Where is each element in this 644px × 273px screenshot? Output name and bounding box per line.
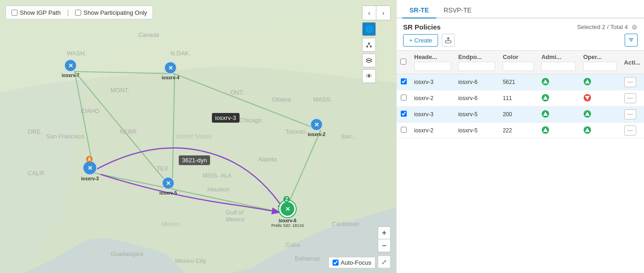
svg-text:Toronto: Toronto (286, 128, 305, 135)
table-row: iosxrv-3iosxrv-5200⋯ (397, 107, 644, 123)
settings-icon[interactable]: ⚙ (632, 24, 638, 31)
cell-admin (538, 74, 580, 90)
show-participating-checkbox[interactable] (75, 10, 81, 16)
cell-headend: iosxrv-2 (410, 90, 455, 107)
show-participating-label[interactable]: Show Participating Only (75, 9, 147, 16)
zoom-out-button[interactable]: − (378, 239, 391, 252)
policy-table: Heade... Endpo... Color Admi... (397, 50, 644, 139)
show-igp-path-checkbox[interactable] (12, 10, 18, 16)
row-checkbox[interactable] (401, 111, 407, 117)
show-igp-path-label[interactable]: Show IGP Path (12, 9, 61, 16)
svg-text:Mexico: Mexico (161, 220, 180, 227)
row-actions-button[interactable]: ⋯ (624, 93, 636, 103)
layers-icon-button[interactable] (362, 53, 376, 67)
map-forward-button[interactable]: › (376, 6, 390, 20)
cell-color: 111 (499, 90, 538, 107)
oper-status-icon (583, 126, 591, 136)
cell-color: 5621 (499, 74, 538, 90)
auto-focus-checkbox[interactable] (333, 260, 339, 266)
svg-text:Ottawa: Ottawa (272, 96, 291, 103)
svg-text:San Francisco: San Francisco (46, 133, 84, 140)
col-header-oper: Oper... (580, 51, 621, 74)
svg-text:ONT.: ONT. (230, 89, 244, 96)
row-actions-button[interactable]: ⋯ (624, 125, 636, 136)
cell-headend: iosxrv-3 (410, 74, 455, 90)
map-icons-right: ‹ › 🌐 👁 (362, 6, 391, 83)
admin-status-icon (541, 110, 550, 119)
svg-marker-42 (366, 58, 372, 61)
admin-filter-input[interactable] (541, 62, 576, 71)
toolbar-divider: | (67, 9, 69, 16)
tabs: SR-TE RSVP-TE (397, 0, 644, 18)
panel-meta: Selected 2 / Total 4 ⚙ (577, 24, 638, 31)
admin-status-icon (541, 126, 550, 136)
node-iosxrv-6[interactable]: Z ✕ iosxrv-6 Prefix SID: 18116 (271, 201, 304, 228)
admin-status-icon (541, 94, 550, 103)
row-checkbox[interactable] (401, 127, 407, 133)
map-nav-pair: ‹ › (362, 6, 391, 20)
create-button[interactable]: + Create (403, 34, 438, 47)
svg-text:Canada: Canada (138, 31, 159, 38)
node-iosxrv-3[interactable]: A ✕ iosxrv-3 (81, 160, 99, 181)
globe-icon-button[interactable]: 🌐 (362, 22, 376, 36)
svg-text:Caribbean: Caribbean (332, 220, 359, 227)
col-header-admin: Admi... (538, 51, 580, 74)
show-igp-path-text: Show IGP Path (20, 9, 61, 16)
selected-total-text: Selected 2 / Total 4 (577, 24, 628, 30)
color-filter-input[interactable] (503, 62, 534, 71)
cell-headend: iosxrv-2 (410, 123, 455, 139)
svg-text:United States: United States (176, 133, 212, 140)
svg-point-39 (370, 46, 372, 47)
svg-marker-43 (366, 60, 372, 63)
svg-text:ORE.: ORE. (28, 128, 42, 135)
tab-rsvp-te[interactable]: RSVP-TE (436, 3, 479, 18)
node-iosxrv-7[interactable]: ✕ iosxrv-7 (62, 59, 79, 78)
svg-text:Mexico City: Mexico City (175, 257, 206, 264)
export-button[interactable] (442, 34, 455, 47)
admin-status-icon (541, 77, 550, 87)
cell-actions: ⋯ (621, 74, 644, 90)
zoom-in-button[interactable]: + (378, 226, 391, 239)
svg-text:MONT.: MONT. (111, 87, 129, 94)
svg-line-40 (367, 44, 369, 46)
show-participating-text: Show Participating Only (83, 9, 147, 16)
oper-filter-input[interactable] (583, 62, 617, 71)
map-back-button[interactable]: ‹ (363, 6, 376, 20)
cell-admin (538, 123, 580, 139)
tab-sr-te[interactable]: SR-TE (402, 3, 436, 18)
headend-filter-input[interactable] (414, 62, 451, 71)
node-iosxrv-4[interactable]: ✕ iosxrv-4 (162, 61, 179, 80)
svg-text:Sav...: Sav... (341, 133, 356, 140)
col-header-color: Color (499, 51, 538, 74)
svg-text:Mexico: Mexico (226, 216, 245, 223)
node-iosxrv-2[interactable]: ✕ iosxrv-2 (308, 118, 325, 137)
select-all-checkbox[interactable] (400, 59, 406, 65)
table-row: iosxrv-2iosxrv-6111⋯ (397, 90, 644, 107)
cell-actions: ⋯ (621, 123, 644, 139)
eye-icon-button[interactable]: 👁 (362, 69, 376, 83)
row-actions-button[interactable]: ⋯ (624, 109, 636, 119)
oper-status-icon (583, 77, 591, 87)
map-zoom-controls: + − (378, 226, 391, 252)
svg-point-38 (366, 46, 368, 47)
path-label-3621dyn: 3621-dyn (179, 155, 210, 165)
cell-endpoint: iosxrv-5 (455, 123, 499, 139)
col-header-endpoint: Endpo... (455, 51, 499, 74)
cell-oper (580, 74, 621, 90)
node-iosxrv-5[interactable]: ✕ iosxrv-5 (159, 177, 177, 196)
row-checkbox[interactable] (401, 78, 407, 84)
row-actions-button[interactable]: ⋯ (624, 77, 636, 87)
filter-button[interactable] (625, 34, 638, 47)
cell-actions: ⋯ (621, 90, 644, 107)
svg-text:N.DAK.: N.DAK. (170, 50, 190, 57)
col-header-headend: Heade... (410, 51, 455, 74)
endpoint-filter-input[interactable] (458, 62, 496, 71)
map-toolbar: Show IGP Path | Show Participating Only (6, 6, 153, 19)
svg-text:NEBR.: NEBR. (120, 128, 138, 135)
cell-color: 222 (499, 123, 538, 139)
topology-icon-button[interactable] (362, 38, 376, 52)
row-checkbox[interactable] (401, 95, 407, 101)
map-expand-button[interactable]: ⤢ (378, 255, 391, 268)
svg-text:MISS. ALA.: MISS. ALA. (203, 172, 233, 179)
auto-focus-bar: Auto-Focus (328, 257, 375, 268)
